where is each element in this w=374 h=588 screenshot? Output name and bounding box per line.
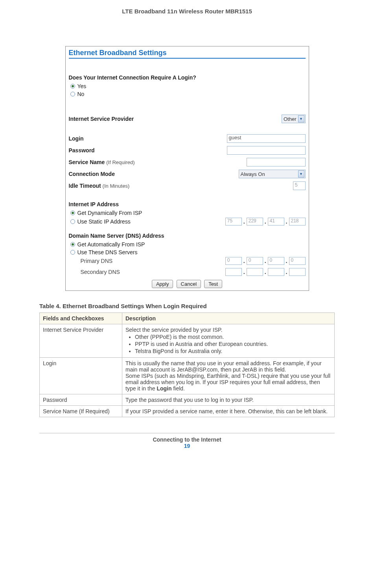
login-label: Login xyxy=(69,135,84,142)
ip-octet-input[interactable] xyxy=(247,268,263,276)
list-item: PPTP is used in Austria and other Europe… xyxy=(135,341,331,347)
table-row: Internet Service Provider Select the ser… xyxy=(40,324,335,358)
table-row: Password Type the password that you use … xyxy=(40,394,335,406)
table-caption: Table 4. Ethernet Broadband Settings Whe… xyxy=(39,303,335,309)
chevron-down-icon: ▼ xyxy=(298,170,304,178)
radio-ip-dynamic[interactable]: Get Dynamically From ISP xyxy=(69,210,306,216)
cell-desc: This is usually the name that you use in… xyxy=(122,358,335,394)
internet-ip-heading: Internet IP Address xyxy=(69,201,306,207)
settings-table: Fields and Checkboxes Description Intern… xyxy=(39,312,335,417)
ip-octet-input[interactable]: 229 xyxy=(247,218,263,226)
secondary-dns-group: . . . xyxy=(225,268,306,276)
static-ip-group: 75. 229. 41. 218 xyxy=(225,218,306,226)
primary-dns-label: Primary DNS xyxy=(81,258,113,264)
apply-button[interactable]: Apply xyxy=(152,280,173,288)
settings-panel: Ethernet Broadband Settings Does Your In… xyxy=(65,46,309,291)
table-row: Login This is usually the name that you … xyxy=(40,358,335,394)
ip-octet-input[interactable]: 0 xyxy=(268,257,284,265)
radio-no[interactable]: No xyxy=(69,91,306,97)
select-value: Always On xyxy=(241,171,265,177)
radio-icon xyxy=(70,242,75,247)
test-button[interactable]: Test xyxy=(204,280,222,288)
radio-ip-static[interactable]: Use Static IP Address xyxy=(69,218,131,225)
service-name-label: Service Name (If Required) xyxy=(69,159,135,165)
ip-octet-input[interactable] xyxy=(289,268,306,276)
table-row: Service Name (If Required) If your ISP p… xyxy=(40,406,335,417)
radio-label: Get Automatically From ISP xyxy=(77,241,145,248)
ip-octet-input[interactable] xyxy=(225,268,242,276)
panel-title: Ethernet Broadband Settings xyxy=(69,49,306,59)
ip-octet-input[interactable]: 0 xyxy=(247,257,263,265)
radio-label: Get Dynamically From ISP xyxy=(77,210,142,216)
list-item: Other (PPPoE) is the most common. xyxy=(135,334,331,340)
cancel-button[interactable]: Cancel xyxy=(177,280,201,288)
chevron-down-icon: ▼ xyxy=(298,115,304,122)
radio-yes[interactable]: Yes xyxy=(69,83,306,89)
radio-label: Use Static IP Address xyxy=(77,218,131,225)
ip-octet-input[interactable] xyxy=(268,268,284,276)
cell-field: Login xyxy=(40,358,122,394)
cell-desc: Select the service provided by your ISP.… xyxy=(122,324,335,358)
page-footer: Connecting to the Internet 19 xyxy=(39,433,335,449)
ip-octet-input[interactable]: 75 xyxy=(225,218,242,226)
select-value: Other xyxy=(284,116,297,122)
password-input[interactable] xyxy=(227,146,306,155)
col-header: Description xyxy=(122,313,335,324)
radio-label: Yes xyxy=(77,83,87,89)
cell-field: Service Name (If Required) xyxy=(40,406,122,417)
col-header: Fields and Checkboxes xyxy=(40,313,122,324)
list-item: Telstra BigPond is for Australia only. xyxy=(135,348,331,354)
secondary-dns-label: Secondary DNS xyxy=(81,269,120,275)
page-number: 19 xyxy=(39,443,335,449)
idle-timeout-input[interactable]: 5 xyxy=(293,181,306,190)
radio-icon xyxy=(70,84,75,89)
cell-field: Internet Service Provider xyxy=(40,324,122,358)
idle-timeout-label: Idle Timeout (In Minutes) xyxy=(69,183,130,189)
primary-dns-group: 0. 0. 0. 0 xyxy=(225,257,306,265)
connection-mode-select[interactable]: Always On ▼ xyxy=(239,170,306,178)
ip-octet-input[interactable]: 0 xyxy=(225,257,242,265)
password-label: Password xyxy=(69,147,95,153)
radio-label: Use These DNS Servers xyxy=(77,249,138,255)
radio-icon xyxy=(70,250,75,255)
isp-label: Internet Service Provider xyxy=(69,116,134,122)
cell-desc: Type the password that you use to log in… xyxy=(122,394,335,406)
cell-desc: If your ISP provided a service name, ent… xyxy=(122,406,335,417)
document-header: LTE Broadband 11n Wireless Router MBR151… xyxy=(39,8,335,15)
isp-select[interactable]: Other ▼ xyxy=(282,115,306,123)
footer-section-title: Connecting to the Internet xyxy=(39,436,335,443)
ip-octet-input[interactable]: 218 xyxy=(289,218,306,226)
radio-dns-use[interactable]: Use These DNS Servers xyxy=(69,249,306,255)
service-name-input[interactable] xyxy=(247,158,306,166)
radio-dns-auto[interactable]: Get Automatically From ISP xyxy=(69,241,306,248)
dns-heading: Domain Name Server (DNS) Address xyxy=(69,233,306,239)
login-input[interactable]: guest xyxy=(227,134,306,143)
connection-mode-label: Connection Mode xyxy=(69,171,115,177)
cell-field: Password xyxy=(40,394,122,406)
radio-icon xyxy=(70,211,75,215)
radio-icon xyxy=(70,92,75,96)
ip-octet-input[interactable]: 41 xyxy=(268,218,284,226)
ip-octet-input[interactable]: 0 xyxy=(289,257,306,265)
radio-icon xyxy=(70,219,75,224)
radio-label: No xyxy=(77,91,85,97)
require-login-question: Does Your Internet Connection Require A … xyxy=(69,74,306,81)
